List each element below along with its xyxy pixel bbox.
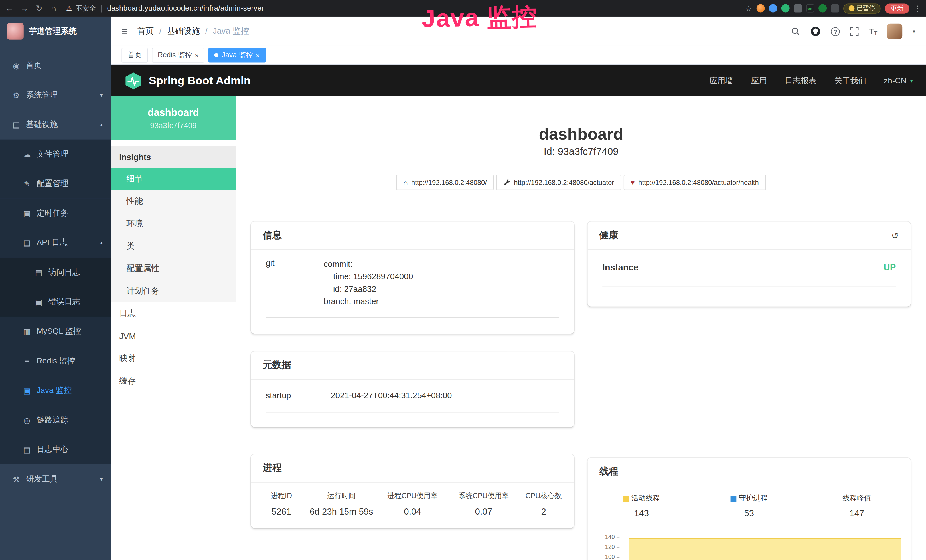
health-url-button[interactable]: ♥ http://192.168.0.2:48080/actuator/heal… [623,175,766,190]
sidebar-item-file-management[interactable]: ☁ 文件管理 [0,139,111,169]
app-logo-row[interactable]: 芋道管理系统 [0,17,111,46]
sidebar-item-log-center[interactable]: ▤ 日志中心 [0,435,111,465]
browser-home-icon[interactable]: ⌂ [49,3,59,13]
search-icon[interactable] [791,27,800,36]
sba-item-config-props[interactable]: 配置属性 [111,257,236,280]
paused-badge-label: 已暂停 [857,4,875,12]
app-title: 芋道管理系统 [29,26,77,36]
sidebar-item-infrastructure[interactable]: ▤ 基础设施 ▴ [0,110,111,139]
health-card-header: 健康 ↺ [587,222,911,250]
address-bar[interactable]: ⚠ 不安全 dashboard.yudao.iocoder.cn/infra/a… [66,4,264,12]
tools-icon: ⚒ [12,475,21,484]
fox-extension-icon[interactable] [756,4,764,12]
drop-extension-icon[interactable] [769,4,777,12]
process-metric: 进程ID 5261 [255,491,308,516]
reload-icon[interactable]: ↻ [34,3,44,13]
sba-item-scheduled-tasks[interactable]: 计划任务 [111,280,236,303]
sidebar-item-scheduled-tasks[interactable]: ▣ 定时任务 [0,198,111,228]
back-icon[interactable]: ← [5,3,14,13]
sba-item-details[interactable]: 细节 [111,168,236,190]
breadcrumb-infrastructure[interactable]: 基础设施 [167,26,200,36]
health-card: 健康 ↺ Instance UP [587,222,911,307]
bookmark-star-icon[interactable]: ☆ [745,4,752,12]
user-avatar[interactable] [887,24,903,39]
history-icon[interactable]: ↺ [891,230,899,241]
metadata-card-header: 元数据 [251,351,574,380]
switch-extension-icon[interactable]: on [806,4,814,12]
threads-card: 线程 活动线程 1 [587,458,911,560]
live-threads-area-series [629,538,901,560]
app-sidebar: 芋道管理系统 ◉ 首页 ⚙ 系统管理 ▾ ▤ 基础设施 ▴ ☁ [0,17,111,560]
process-metric: CPU核心数 2 [517,491,570,516]
legend-label: 守护进程 [739,493,767,503]
sba-item-mappings[interactable]: 映射 [111,348,236,370]
leaf-extension-icon[interactable] [818,4,826,12]
puppeteer-extension-icon[interactable] [831,4,839,12]
instance-header[interactable]: dashboard 93a3fc7f7409 [111,97,236,140]
url-text[interactable]: dashboard.yudao.iocoder.cn/infra/admin-s… [107,4,264,12]
left-column: 信息 git commit: time: 1596289704000 id: 2 [251,222,574,528]
hamburger-icon[interactable]: ≡ [122,25,128,37]
git-id-line: id: 27aa832 [324,283,413,295]
tab-redis-monitor[interactable]: Redis 监控 × [152,48,204,63]
people-extension-icon[interactable] [793,4,802,12]
browser-menu-icon[interactable]: ⋮ [914,4,921,12]
metric-header: 进程ID [255,491,308,501]
sidebar-item-home[interactable]: ◉ 首页 [0,51,111,80]
forward-icon[interactable]: → [20,3,29,13]
sidebar-item-config-management[interactable]: ✎ 配置管理 [0,169,111,198]
green-extension-icon[interactable] [781,4,790,12]
fullscreen-icon[interactable] [850,27,859,36]
sidebar-item-java-monitor[interactable]: ▣ Java 监控 [0,376,111,406]
sidebar-item-label: 定时任务 [36,208,68,218]
help-icon[interactable]: ? [831,27,840,36]
sba-item-caches[interactable]: 缓存 [111,370,236,392]
locale-selector[interactable]: zh-CN ▾ [884,76,913,85]
header-actions: ? TT ▾ [791,24,915,39]
sidebar-item-label: 文件管理 [36,149,68,159]
tab-java-monitor[interactable]: Java 监控 × [209,48,265,63]
sba-brand[interactable]: Spring Boot Admin [124,71,251,90]
instance-health-row[interactable]: Instance UP [602,250,896,286]
github-icon[interactable] [811,26,821,36]
tab-home[interactable]: 首页 [122,48,148,63]
legend-value: 53 [744,508,754,518]
sidebar-item-error-logs[interactable]: ▤ 错误日志 [0,287,111,317]
sidebar-item-label: MySQL 监控 [36,326,81,337]
sidebar-item-dev-tools[interactable]: ⚒ 研发工具 ▾ [0,465,111,494]
sidebar-item-system-management[interactable]: ⚙ 系统管理 ▾ [0,80,111,110]
sba-item-classes[interactable]: 类 [111,235,236,257]
close-icon[interactable]: × [195,51,198,59]
threads-card-body: 活动线程 143 守护进程 [587,486,911,560]
sidebar-item-mysql-monitor[interactable]: ▥ MySQL 监控 [0,317,111,346]
actuator-url-button[interactable]: http://192.168.0.2:48080/actuator [496,175,621,190]
sidebar-item-api-logs[interactable]: ▤ API 日志 ▴ [0,228,111,257]
tabs-bar: 首页 Redis 监控 × Java 监控 × [111,46,926,65]
instance-links: ⌂ http://192.168.0.2:48080/ http://192.1… [236,175,926,190]
sba-nav-applications[interactable]: 应用 [751,75,767,86]
sba-item-jvm[interactable]: JVM [111,325,236,348]
threads-card-header: 线程 [587,458,911,486]
font-size-icon[interactable]: TT [869,27,877,36]
sidebar-item-access-logs[interactable]: ▤ 访问日志 [0,257,111,287]
sba-item-logs[interactable]: 日志 [111,303,236,325]
threads-legend: 活动线程 143 守护进程 [587,486,911,518]
close-icon[interactable]: × [256,51,260,59]
sba-nav-journal[interactable]: 日志报表 [785,75,817,86]
avatar-caret-icon[interactable]: ▾ [912,28,915,34]
sba-nav-wallboard[interactable]: 应用墙 [709,75,733,86]
sba-item-metrics[interactable]: 性能 [111,190,236,213]
paused-badge[interactable]: 已暂停 [843,3,881,13]
sba-nav-about[interactable]: 关于我们 [834,75,866,86]
update-button[interactable]: 更新 [885,3,909,13]
service-url-button[interactable]: ⌂ http://192.168.0.2:48080/ [396,175,494,190]
sba-item-environment[interactable]: 环境 [111,212,236,235]
sidebar-item-label: API 日志 [36,238,68,248]
sidebar-item-redis-monitor[interactable]: ≡ Redis 监控 [0,346,111,376]
metric-header: 运行时间 [308,491,375,501]
log-icon: ▤ [23,239,31,247]
breadcrumb-home[interactable]: 首页 [137,26,154,36]
sidebar-item-tracing[interactable]: ◎ 链路追踪 [0,406,111,435]
metric-value: 6d 23h 15m 59s [308,506,375,516]
info-card-header: 信息 [251,222,574,250]
